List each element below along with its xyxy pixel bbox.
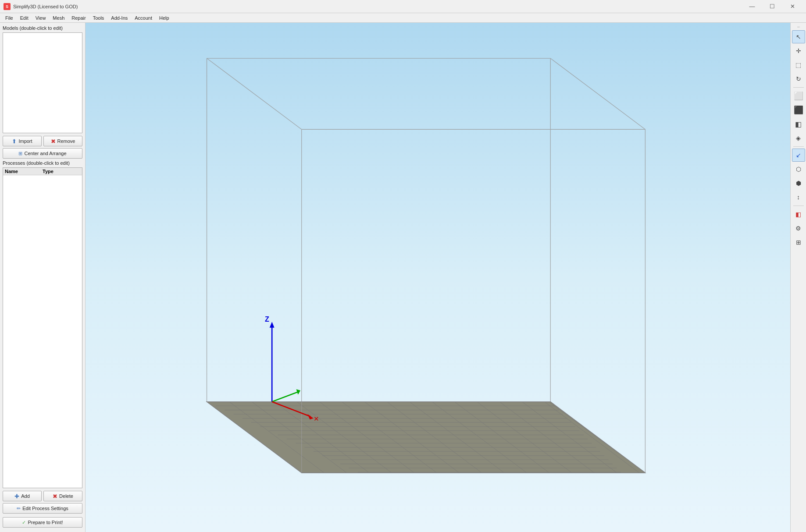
front-view-button[interactable]: ⬜ [792,89,805,103]
main-layout: Models (double-click to edit) ⬆ Import ✖… [0,23,806,532]
menu-item-file[interactable]: File [2,14,17,21]
paint-button[interactable]: ◧ [792,208,805,221]
import-button[interactable]: ⬆ Import [3,136,42,146]
menu-item-mesh[interactable]: Mesh [49,14,68,21]
col-type-header: Type [43,169,80,174]
rotate-tool-button[interactable]: ↻ [792,72,805,85]
prepare-print-button[interactable]: ✓ Prepare to Print! [3,517,82,528]
svg-line-51 [272,392,299,402]
menu-item-edit[interactable]: Edit [17,14,32,21]
edit-process-button[interactable]: ✏ Edit Process Settings [3,503,82,514]
minimize-button[interactable]: — [742,0,762,13]
move-tool-button[interactable]: ✛ [792,44,805,57]
processes-list[interactable]: Name Type [3,167,82,488]
remove-button[interactable]: ✖ Remove [43,136,82,146]
processes-label: Processes (double-click to edit) [3,160,82,166]
col-name-header: Name [5,169,43,174]
svg-line-47 [207,58,302,129]
cross-section-button[interactable]: ⬡ [792,163,805,176]
add-icon: ✚ [14,493,19,500]
center-icon: ⊞ [18,151,22,156]
models-list[interactable] [3,32,82,133]
toolbar-separator-1 [793,87,804,88]
add-process-button[interactable]: ✚ Add [3,491,42,501]
3d-viewport[interactable]: Z ✕ [86,23,790,532]
toolbar-separator-3 [793,206,804,206]
settings-button[interactable]: ⚙ [792,222,805,235]
menu-item-help[interactable]: Help [156,14,173,21]
menu-item-view[interactable]: View [32,14,50,21]
select-tool-button[interactable]: ↖ [792,30,805,43]
support-button[interactable]: ⊞ [792,236,805,249]
maximize-button[interactable]: ☐ [762,0,782,13]
process-table-header: Name Type [3,168,82,175]
titlebar: S Simplify3D (Licensed to GOD) — ☐ ✕ [0,0,806,13]
app-icon: S [4,3,11,10]
top-view-button[interactable]: ⬛ [792,103,805,117]
processes-section: Processes (double-click to edit) Name Ty… [3,160,82,529]
center-arrange-button[interactable]: ⊞ Center and Arrange [3,148,82,159]
app-title: Simplify3D (Licensed to GOD) [13,4,78,9]
menu-item-tools[interactable]: Tools [89,14,108,21]
remove-icon: ✖ [51,138,56,145]
process-buttons-row: ✚ Add ✖ Delete [3,491,82,501]
iso-view-button[interactable]: ◈ [792,131,805,145]
titlebar-left: S Simplify3D (Licensed to GOD) [4,3,78,10]
menu-item-add-ins[interactable]: Add-Ins [107,14,131,21]
select-box-tool-button[interactable]: ⬚ [792,58,805,71]
delete-icon: ✖ [53,493,57,500]
import-icon: ⬆ [12,138,17,145]
svg-marker-0 [207,402,646,473]
menu-item-account[interactable]: Account [131,14,156,21]
build-platform [207,402,646,473]
toolbar-separator-2 [793,146,804,147]
left-panel: Models (double-click to edit) ⬆ Import ✖… [0,23,86,532]
svg-text:Z: Z [265,315,269,323]
models-label: Models (double-click to edit) [3,25,82,31]
print-icon: ✓ [22,520,26,525]
svg-marker-49 [270,322,275,328]
toolbar-dots: ··· [797,25,799,29]
model-buttons-row: ⬆ Import ✖ Remove [3,136,82,146]
scene-svg: Z ✕ [86,23,790,532]
window-controls: — ☐ ✕ [742,0,802,13]
right-toolbar: ··· ↖ ✛ ⬚ ↻ ⬜ ⬛ ◧ ◈ ↙ ⬡ ⬢ ↕ ◧ ⚙ ⊞ [790,23,806,532]
svg-line-45 [550,58,645,129]
axis-button[interactable]: ↕ [792,191,805,204]
menu-item-repair[interactable]: Repair [68,14,89,21]
svg-text:✕: ✕ [314,415,319,422]
menubar: FileEditViewMeshRepairToolsAdd-InsAccoun… [0,13,806,23]
right-view-button[interactable]: ◧ [792,117,805,131]
close-button[interactable]: ✕ [782,0,802,13]
wireframe-button[interactable]: ⬢ [792,177,805,190]
edit-icon: ✏ [17,506,21,511]
cut-plane-button[interactable]: ↙ [792,149,805,162]
delete-process-button[interactable]: ✖ Delete [43,491,82,501]
